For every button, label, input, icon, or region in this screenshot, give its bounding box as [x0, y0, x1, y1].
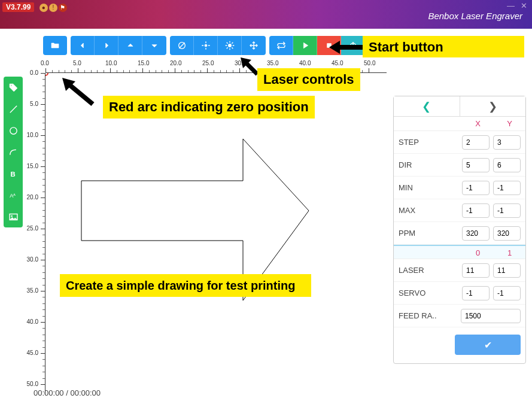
annotation-drawing: Create a simple drawing for test printin…: [60, 274, 311, 297]
text-tool[interactable]: Aᴬ: [6, 188, 20, 202]
tag-tool[interactable]: [6, 80, 20, 95]
annotation-start: Start button: [363, 36, 524, 57]
jog-up-button[interactable]: [118, 36, 142, 55]
drawing-stage[interactable]: [45, 73, 387, 395]
axis-input-b[interactable]: [493, 158, 521, 172]
svg-point-30: [11, 215, 12, 217]
tool-rail: B Aᴬ: [4, 77, 23, 227]
svg-point-26: [10, 127, 16, 133]
laser-row: SERVO: [394, 282, 525, 305]
jog-left-button[interactable]: [71, 36, 95, 55]
annotation-laser-controls: Laser controls: [257, 68, 360, 91]
panel-next-button[interactable]: ❯: [460, 96, 526, 116]
laser-input-b[interactable]: [493, 263, 521, 278]
panel-prev-button[interactable]: ❮: [394, 96, 460, 116]
feed-rate-input[interactable]: [461, 309, 521, 323]
svg-line-14: [226, 47, 227, 48]
axis-input-b[interactable]: [493, 226, 521, 241]
laser-input-b[interactable]: [493, 286, 521, 300]
svg-marker-33: [329, 41, 340, 54]
settings-panel: ❮ ❯ X Y STEPDIRMINMAXPPM 0 1 LASERSERVO …: [393, 96, 526, 364]
axis-header: X Y: [394, 117, 525, 131]
axis-header-y: Y: [494, 117, 525, 130]
laser-high-button[interactable]: [218, 36, 242, 55]
warn-icon: ●: [39, 4, 48, 12]
laser-row: LASER: [394, 259, 525, 282]
jog-down-button[interactable]: [142, 36, 166, 55]
laser-off-button[interactable]: [170, 36, 194, 55]
version-badge: V3.7.99: [2, 2, 34, 12]
laser-header-1: 1: [494, 246, 525, 259]
panel-nav: ❮ ❯: [394, 96, 525, 117]
axis-input-a[interactable]: [462, 181, 490, 195]
svg-text:B: B: [10, 170, 15, 177]
open-file-button[interactable]: [43, 36, 67, 55]
axis-row: PPM: [394, 222, 525, 245]
svg-line-15: [232, 42, 233, 44]
loop-button[interactable]: [269, 36, 293, 55]
svg-line-12: [226, 42, 227, 44]
close-button[interactable]: ✕: [521, 1, 527, 10]
axis-header-x: X: [462, 117, 494, 130]
axis-label: DIR: [399, 160, 458, 169]
svg-line-1: [179, 42, 184, 48]
app-title: Benbox Laser Engraver: [428, 11, 522, 21]
svg-point-7: [228, 44, 231, 47]
laser-header: 0 1: [394, 245, 525, 259]
laser-input-a[interactable]: [462, 263, 490, 278]
annotation-arrow-zero: [60, 75, 102, 111]
laser-label: LASER: [399, 266, 458, 275]
laser-header-0: 0: [462, 246, 494, 259]
status-time: 00:00:00 / 00:00:00: [34, 388, 101, 397]
annotation-arrow-start: [329, 38, 365, 56]
axis-row: MIN: [394, 177, 525, 199]
minimize-button[interactable]: —: [507, 1, 515, 10]
bold-tool[interactable]: B: [6, 166, 20, 181]
start-button[interactable]: [293, 36, 317, 55]
laser-low-button[interactable]: [194, 36, 218, 55]
svg-line-13: [232, 47, 233, 48]
annotation-zero: Red arc indicating zero position: [103, 96, 315, 119]
info-icon: !: [49, 4, 57, 12]
svg-point-2: [205, 44, 207, 47]
line-tool[interactable]: [6, 102, 20, 116]
laser-label: SERVO: [399, 288, 458, 297]
axis-input-b[interactable]: [493, 181, 521, 195]
image-tool[interactable]: [6, 209, 20, 224]
axis-row: STEP: [394, 131, 525, 154]
feed-rate-label: FEED RA..: [399, 311, 457, 320]
axis-input-a[interactable]: [462, 203, 490, 218]
svg-line-36: [68, 84, 93, 104]
axis-input-a[interactable]: [462, 135, 490, 150]
window-controls: — ✕: [507, 1, 527, 10]
axis-label: STEP: [399, 138, 458, 147]
ruler-vertical: 0.05.010.015.020.025.030.035.040.045.050…: [28, 73, 45, 395]
circle-tool[interactable]: [6, 123, 20, 138]
flag-icon: ⚑: [59, 4, 67, 12]
axis-input-a[interactable]: [462, 226, 490, 241]
confirm-button[interactable]: ✔: [455, 335, 521, 355]
axis-label: PPM: [399, 229, 458, 238]
axis-label: MAX: [399, 206, 458, 215]
laser-input-a[interactable]: [462, 286, 490, 300]
svg-text:Aᴬ: Aᴬ: [10, 193, 16, 199]
axis-row: DIR: [394, 154, 525, 177]
axis-input-b[interactable]: [493, 203, 521, 218]
svg-line-25: [10, 105, 16, 112]
axis-input-b[interactable]: [493, 135, 521, 150]
arc-tool[interactable]: [6, 145, 20, 159]
axis-label: MIN: [399, 183, 458, 192]
svg-point-24: [10, 84, 11, 86]
titlebar-left: V3.7.99 ● ! ⚑: [2, 1, 67, 12]
axis-row: MAX: [394, 199, 525, 222]
status-badges: ● ! ⚑: [39, 4, 67, 12]
jog-right-button[interactable]: [95, 36, 118, 55]
main-area: B Aᴬ 0.05.010.015.020.025.030.035.040.04…: [0, 29, 532, 401]
home-button[interactable]: [242, 36, 266, 55]
axis-input-a[interactable]: [462, 158, 490, 172]
feed-rate-row: FEED RA..: [394, 305, 525, 327]
titlebar: V3.7.99 ● ! ⚑ Benbox Laser Engraver — ✕: [0, 0, 532, 29]
